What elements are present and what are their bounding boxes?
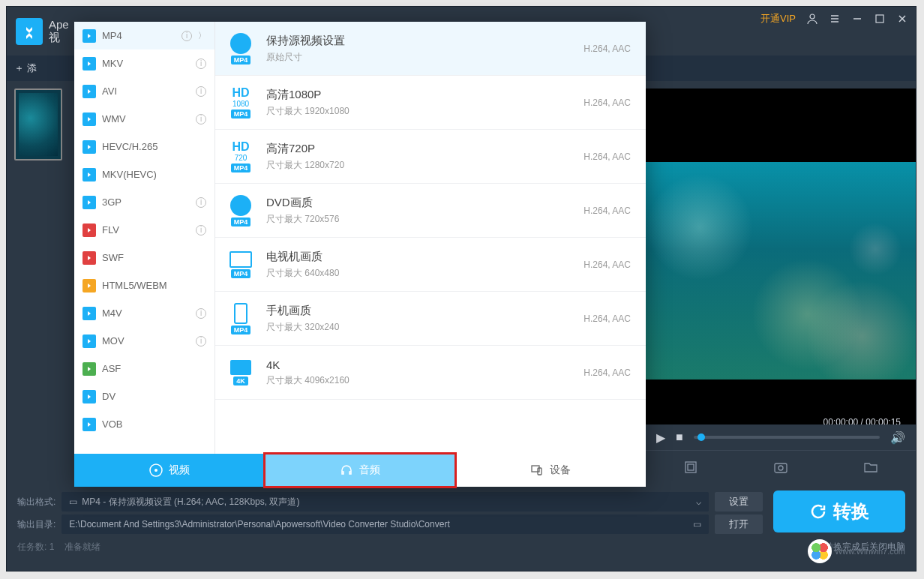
profile-title: 电视机画质 <box>266 250 573 264</box>
close-button[interactable] <box>896 13 908 25</box>
info-icon[interactable]: i <box>196 336 206 346</box>
format-item-asf[interactable]: ASF <box>74 355 214 382</box>
format-label: 3GP <box>102 196 190 208</box>
format-label: MKV <box>102 58 190 69</box>
profile-item[interactable]: HD720MP4 高清720P尺寸最大 1280x720 H.264, AAC <box>215 130 646 184</box>
player-controls: ▶ ■ 🔊 <box>646 424 916 450</box>
play-button[interactable]: ▶ <box>656 430 665 445</box>
format-icon <box>82 334 96 348</box>
info-icon[interactable]: i <box>196 308 206 319</box>
browse-icon: ▭ <box>693 519 701 530</box>
info-icon[interactable]: i <box>182 31 192 41</box>
open-button[interactable]: 打开 <box>715 514 763 534</box>
format-label: HEVC/H.265 <box>102 141 206 152</box>
video-icon <box>149 464 163 477</box>
info-icon[interactable]: i <box>196 114 206 124</box>
format-label: M4V <box>102 308 190 319</box>
profile-item[interactable]: MP4 电视机画质尺寸最大 640x480 H.264, AAC <box>215 238 646 292</box>
profile-subtitle: 尺寸最大 320x240 <box>266 321 573 334</box>
info-icon[interactable]: i <box>196 58 206 69</box>
status-text: 准备就绪 <box>64 541 100 554</box>
format-icon <box>82 279 96 292</box>
tab-device[interactable]: 设备 <box>455 454 646 487</box>
volume-icon[interactable]: 🔊 <box>890 430 905 445</box>
tab-video[interactable]: 视频 <box>74 454 265 487</box>
profile-item[interactable]: HD1080MP4 高清1080P尺寸最大 1920x1080 H.264, A… <box>215 76 646 130</box>
svg-rect-2 <box>686 462 696 472</box>
add-button[interactable]: ＋ 添 <box>14 62 37 75</box>
format-label: AVI <box>102 86 190 97</box>
profile-icon: 4K <box>226 360 256 386</box>
format-icon <box>82 29 96 43</box>
watermark: Www.Winwin7.com <box>808 539 905 563</box>
seek-slider[interactable] <box>694 436 880 439</box>
format-icon <box>82 57 96 70</box>
format-label: ASF <box>102 363 206 374</box>
format-item-hevch265[interactable]: HEVC/H.265 <box>74 133 214 160</box>
format-item-m4v[interactable]: M4V i <box>74 299 214 327</box>
profile-item[interactable]: MP4 手机画质尺寸最大 320x240 H.264, AAC <box>215 292 646 346</box>
format-item-dv[interactable]: DV <box>74 382 214 410</box>
format-item-mkv[interactable]: MKV i <box>74 50 214 77</box>
output-dir-field[interactable]: E:\Document And Settings3\Administrator\… <box>62 514 709 534</box>
profile-codec: H.264, AAC <box>584 368 631 378</box>
chevron-right-icon: 〉 <box>198 30 206 41</box>
profile-item[interactable]: 4K 4K尺寸最大 4096x2160 H.264, AAC <box>215 346 646 400</box>
crop-button[interactable] <box>683 460 698 478</box>
format-item-mp4[interactable]: MP4 i 〉 <box>74 22 214 50</box>
profile-subtitle: 尺寸最大 1920x1080 <box>266 105 573 118</box>
output-format-dropdown[interactable]: ▭ MP4 - 保持源视频设置 (H.264; AAC, 128Kbps, 双声… <box>62 492 709 512</box>
menu-icon[interactable] <box>829 13 841 25</box>
profile-codec: H.264, AAC <box>584 44 631 54</box>
profile-item[interactable]: MP4 保持源视频设置原始尺寸 H.264, AAC <box>215 22 646 76</box>
format-icon <box>82 362 96 376</box>
file-list <box>7 81 71 486</box>
profile-icon: MP4 <box>226 195 256 226</box>
format-icon <box>82 418 96 431</box>
folder-button[interactable] <box>863 460 878 478</box>
profile-codec: H.264, AAC <box>584 260 631 270</box>
maximize-button[interactable] <box>874 13 886 25</box>
user-icon[interactable] <box>806 13 818 25</box>
format-item-avi[interactable]: AVI i <box>74 77 214 105</box>
profile-icon: MP4 <box>226 303 256 334</box>
app-name-line1: Ape <box>49 18 69 31</box>
vip-link[interactable]: 开通VIP <box>760 12 796 26</box>
format-icon <box>82 224 96 237</box>
output-dir-label: 输出目录: <box>17 518 56 531</box>
info-icon[interactable]: i <box>196 86 206 97</box>
format-item-mkvhevc[interactable]: MKV(HEVC) <box>74 160 214 188</box>
profile-title: 高清720P <box>266 142 573 156</box>
format-item-3gp[interactable]: 3GP i <box>74 188 214 216</box>
info-icon[interactable]: i <box>196 225 206 236</box>
video-thumbnail[interactable] <box>14 88 62 160</box>
profile-item[interactable]: MP4 DVD画质尺寸最大 720x576 H.264, AAC <box>215 184 646 238</box>
profile-codec: H.264, AAC <box>584 206 631 216</box>
format-item-mov[interactable]: MOV i <box>74 327 214 355</box>
format-label: VOB <box>102 418 206 430</box>
profile-subtitle: 尺寸最大 4096x2160 <box>266 374 573 387</box>
format-icon: ▭ <box>69 496 77 507</box>
minimize-button[interactable] <box>851 13 863 25</box>
app-logo <box>16 18 43 45</box>
profile-subtitle: 尺寸最大 720x576 <box>266 213 573 226</box>
svg-rect-4 <box>775 464 787 472</box>
convert-button[interactable]: 转换 <box>773 490 905 532</box>
settings-button[interactable]: 设置 <box>715 492 763 512</box>
info-icon[interactable]: i <box>196 197 206 208</box>
tab-audio[interactable]: 音频 <box>265 454 455 487</box>
format-item-html5webm[interactable]: HTML5/WEBM <box>74 272 214 299</box>
format-item-flv[interactable]: FLV i <box>74 216 214 244</box>
profile-title: DVD画质 <box>266 196 573 210</box>
format-label: MKV(HEVC) <box>102 169 206 180</box>
popup-tabs: 视频 音频 设备 <box>74 454 646 487</box>
format-item-swf[interactable]: SWF <box>74 244 214 272</box>
snapshot-button[interactable] <box>773 460 788 478</box>
format-item-wmv[interactable]: WMV i <box>74 105 214 133</box>
status-bar: 任务数: 1 准备就绪 转换完成后关闭电脑 <box>7 536 916 558</box>
stop-button[interactable]: ■ <box>676 430 683 444</box>
preview-image <box>646 162 916 380</box>
app-name-line2: 视 <box>49 31 69 45</box>
profile-icon: HD1080MP4 <box>226 87 256 118</box>
format-item-vob[interactable]: VOB <box>74 410 214 438</box>
